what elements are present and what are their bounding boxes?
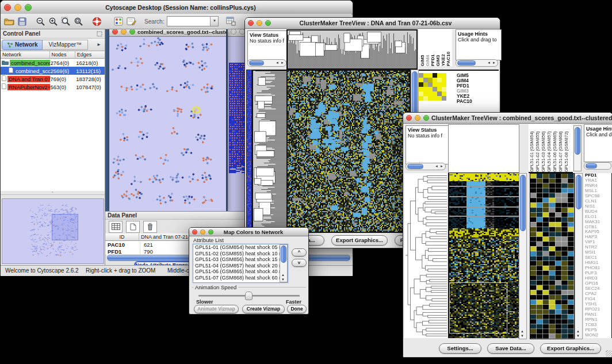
minimize-icon[interactable] <box>415 115 420 121</box>
import-table-icon[interactable] <box>224 16 237 27</box>
attribute-table-icon[interactable] <box>109 221 123 233</box>
scroll-down-icon[interactable]: ▼ <box>281 278 285 281</box>
zoom-window-icon[interactable] <box>265 20 271 26</box>
tv1-column-labels: GIM5GIM4PFD1GIM3YKE2PAC10 <box>419 29 452 66</box>
tab-vizmapper[interactable]: VizMapper™ <box>43 40 88 50</box>
zoom-window-icon[interactable] <box>208 229 213 235</box>
tv2-global-vscrollbar[interactable]: ▲ ▼ <box>519 173 527 339</box>
search-dropdown-icon[interactable]: ▼ <box>210 17 218 26</box>
tv1-status-scrollbar[interactable]: ◄ ► <box>247 59 286 67</box>
zoom-selected-icon[interactable] <box>59 16 72 27</box>
scroll-right-icon[interactable]: ► <box>492 61 496 64</box>
scroll-right-icon[interactable]: ► <box>440 164 443 168</box>
new-attribute-icon[interactable] <box>126 221 140 233</box>
minimize-icon[interactable] <box>200 229 205 235</box>
tv1-main-heatmap[interactable] <box>286 70 411 233</box>
slider-thumb[interactable] <box>245 292 253 300</box>
help-icon[interactable] <box>90 16 103 27</box>
tv1-row-dendrogram[interactable] <box>252 70 286 233</box>
zoom-window-icon[interactable] <box>423 115 429 121</box>
scroll-right-icon[interactable]: ► <box>281 61 284 64</box>
attribute-item[interactable]: GPL51-06 (GSM865) heat shock 40 min <box>193 269 288 275</box>
tv2-global-heatmap[interactable] <box>448 173 519 338</box>
network-name: combined_sco <box>14 68 50 74</box>
network-overview-panel[interactable] <box>2 198 104 264</box>
main-title-bar[interactable]: Cytoscape Desktop (Session Name: collins… <box>1 1 353 14</box>
network-tree-row[interactable]: DNA and Tran 07769(0)183728(0) <box>1 75 105 83</box>
zoom-out-icon[interactable] <box>34 16 47 27</box>
tv1-hints-scrollbar[interactable]: ◄ ► <box>456 59 498 67</box>
zoom-window-icon[interactable] <box>25 4 32 11</box>
attribute-list-scrollbar[interactable]: ▲ ▼ <box>280 244 288 282</box>
minimize-icon[interactable] <box>14 4 21 11</box>
treeview1-title-bar[interactable]: ClusterMaker TreeView : DNA and Tran 07-… <box>245 18 500 29</box>
delete-attribute-icon[interactable] <box>143 221 157 233</box>
search-input[interactable]: ▼ <box>167 16 219 26</box>
tab-node-attribute-browser[interactable]: Node Attribute Browser <box>134 261 194 265</box>
attribute-item[interactable]: GPL51-04 (GSM857) heat shock 20 min <box>193 263 288 269</box>
heatmap-cell <box>419 73 423 78</box>
tv2-zoom-vscrollbar[interactable]: ▲ ▼ <box>575 173 583 339</box>
scroll-down-icon[interactable]: ▼ <box>521 334 524 338</box>
tv2-status-scrollbar[interactable]: ◄ ► <box>406 163 446 170</box>
close-icon[interactable] <box>231 29 236 35</box>
open-icon[interactable] <box>3 16 16 27</box>
close-icon[interactable] <box>192 229 197 235</box>
tv2-labels-scrollbar[interactable] <box>573 125 582 171</box>
save-icon[interactable] <box>16 16 28 27</box>
move-up-button[interactable]: ^ <box>292 248 307 256</box>
network-tree-row[interactable]: combined_scores2764(0)16218(0) <box>1 59 105 67</box>
treeview2-title-bar[interactable]: ClusterMaker TreeView : combined_scores_… <box>403 113 612 124</box>
dialog-title-bar[interactable]: Map Colors to Network <box>189 228 308 236</box>
minimize-icon[interactable] <box>257 20 262 26</box>
tv2-zoom-heatmap[interactable] <box>530 173 575 339</box>
float-panel-icon[interactable] <box>97 29 102 39</box>
done-button[interactable]: Done <box>287 305 307 313</box>
resize-grip[interactable] <box>606 350 612 357</box>
data-column-id[interactable]: ID <box>105 233 139 241</box>
minimize-icon[interactable] <box>121 29 127 35</box>
tv2-row-dendrogram[interactable] <box>404 173 447 338</box>
tv1-global-overview[interactable] <box>246 70 252 232</box>
scroll-left-icon[interactable]: ◄ <box>487 61 491 64</box>
settings-button[interactable]: Settings... <box>439 343 481 354</box>
tv1-column-dendrogram[interactable] <box>286 29 418 70</box>
scroll-up-icon[interactable]: ▲ <box>521 329 524 333</box>
export-graphics-button[interactable]: Export Graphics... <box>540 343 601 354</box>
save-data-button[interactable]: Save Data... <box>487 343 534 354</box>
column-header-edges[interactable]: Edges <box>75 51 105 59</box>
network-tree-row[interactable]: RNAPuberNov2+563(0)107847(0) <box>1 83 105 91</box>
scroll-down-icon[interactable]: ▼ <box>576 334 580 338</box>
scroll-up-icon[interactable]: ▲ <box>281 273 285 277</box>
tv2-hints-scrollbar[interactable] <box>584 162 611 170</box>
scroll-up-icon[interactable]: ▲ <box>576 329 580 333</box>
close-icon[interactable] <box>406 115 412 121</box>
scroll-left-icon[interactable]: ◄ <box>276 61 279 64</box>
zoom-in-icon[interactable] <box>47 16 59 27</box>
zoom-fit-icon[interactable] <box>72 16 85 27</box>
column-header-nodes[interactable]: Nodes <box>50 51 75 59</box>
move-down-button[interactable]: v <box>292 259 307 267</box>
tv1-zoom-heatmap[interactable] <box>419 73 446 101</box>
tab-more-button[interactable]: ► <box>94 41 104 48</box>
network-view-canvas[interactable] <box>110 37 224 210</box>
attribute-item[interactable]: GPL51-01 (GSM854) heat shock 05 min <box>193 244 288 251</box>
attribute-item[interactable]: GPL51-03 (GSM856) heat shock 15 min <box>193 256 288 263</box>
gene-label[interactable]: MON2 <box>585 333 611 338</box>
attribute-item[interactable]: GPL51-07 (GSM868) heat shock 60 min <box>193 275 288 281</box>
close-icon[interactable] <box>248 20 254 26</box>
network-tree-row[interactable]: combined_sco2569(6)13112(15) <box>1 67 105 75</box>
attribute-list[interactable]: GPL51-01 (GSM854) heat shock 05 minGPL51… <box>193 244 288 283</box>
scroll-left-icon[interactable]: ◄ <box>435 164 438 168</box>
attribute-item[interactable]: GPL51-02 (GSM855) heat shock 10 min <box>193 251 288 257</box>
annotation-icon[interactable] <box>125 16 137 27</box>
column-header-network[interactable]: Network <box>1 51 50 59</box>
export-graphics-button[interactable]: Export Graphics... <box>331 235 388 246</box>
close-icon[interactable] <box>4 4 11 11</box>
create-vizmap-button[interactable]: Create Vizmap <box>242 305 285 313</box>
tab-network[interactable]: Network <box>2 40 43 50</box>
animate-vizmap-button[interactable]: Animate Vizmap <box>194 305 239 313</box>
zoom-window-icon[interactable] <box>129 29 135 35</box>
vizmapper-icon[interactable] <box>112 16 125 27</box>
close-icon[interactable] <box>112 29 118 35</box>
